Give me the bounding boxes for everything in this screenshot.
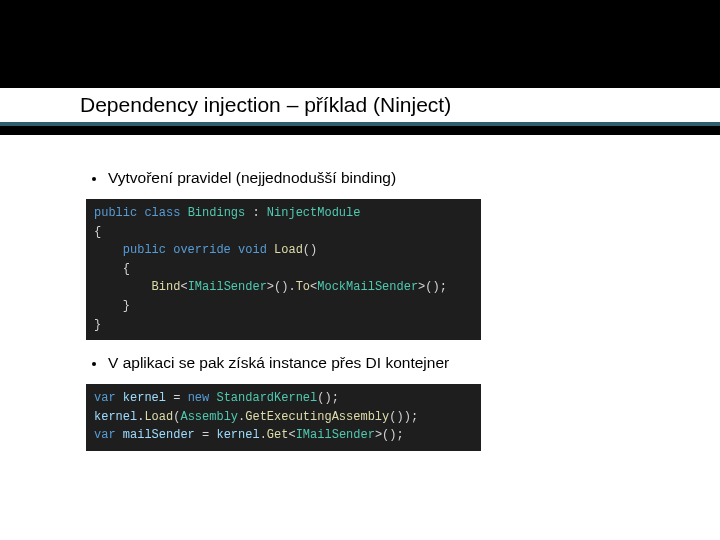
code-text: ()); xyxy=(389,410,418,424)
code-variable: mailSender xyxy=(123,428,195,442)
slide-title: Dependency injection – příklad (Ninject) xyxy=(80,93,451,117)
code-keyword: class xyxy=(144,206,180,220)
code-class: Bindings xyxy=(188,206,246,220)
bullet-text: Vytvoření pravidel (nejjednodušší bindin… xyxy=(108,169,396,187)
slide-content: Vytvoření pravidel (nejjednodušší bindin… xyxy=(0,135,720,461)
bullet-dot-icon xyxy=(92,362,96,366)
code-method: Load xyxy=(144,410,173,424)
bullet-item: Vytvoření pravidel (nejjednodušší bindin… xyxy=(86,169,640,187)
code-variable: kernel xyxy=(216,428,259,442)
code-text xyxy=(116,428,123,442)
code-text: < xyxy=(180,280,187,294)
code-text: () xyxy=(303,243,317,257)
code-text: . xyxy=(260,428,267,442)
code-text: >(). xyxy=(267,280,296,294)
code-text: { xyxy=(94,225,101,239)
code-class: StandardKernel xyxy=(216,391,317,405)
code-text xyxy=(180,206,187,220)
code-text: (); xyxy=(317,391,339,405)
header-accent-bar xyxy=(0,122,720,135)
code-text: : xyxy=(245,206,267,220)
code-text: = xyxy=(195,428,217,442)
code-keyword: var xyxy=(94,428,116,442)
code-method: To xyxy=(296,280,310,294)
code-keyword: public override void xyxy=(94,243,274,257)
code-text: } xyxy=(94,299,130,313)
code-text: } xyxy=(94,318,101,332)
title-strip: Dependency injection – příklad (Ninject) xyxy=(0,88,720,122)
code-class: IMailSender xyxy=(188,280,267,294)
code-class: NinjectModule xyxy=(267,206,361,220)
bullet-item: V aplikaci se pak získá instance přes DI… xyxy=(86,354,640,372)
header-background-top xyxy=(0,0,720,88)
slide-header: Dependency injection – příklad (Ninject) xyxy=(0,0,720,135)
code-keyword: var xyxy=(94,391,116,405)
code-variable: kernel xyxy=(123,391,166,405)
code-variable: kernel xyxy=(94,410,137,424)
code-method: Get xyxy=(267,428,289,442)
code-block-bindings: public class Bindings : NinjectModule { … xyxy=(86,199,481,340)
code-text: = xyxy=(166,391,188,405)
code-text xyxy=(94,280,152,294)
bullet-dot-icon xyxy=(92,177,96,181)
bullet-text: V aplikaci se pak získá instance přes DI… xyxy=(108,354,449,372)
code-class: MockMailSender xyxy=(317,280,418,294)
code-keyword: public xyxy=(94,206,137,220)
code-method: GetExecutingAssembly xyxy=(245,410,389,424)
code-text: { xyxy=(94,262,130,276)
code-class: Assembly xyxy=(180,410,238,424)
code-method: Bind xyxy=(152,280,181,294)
code-text xyxy=(116,391,123,405)
code-text: >(); xyxy=(418,280,447,294)
code-keyword: new xyxy=(188,391,210,405)
code-block-usage: var kernel = new StandardKernel(); kerne… xyxy=(86,384,481,451)
code-text: >(); xyxy=(375,428,404,442)
code-text: < xyxy=(288,428,295,442)
code-class: IMailSender xyxy=(296,428,375,442)
code-method: Load xyxy=(274,243,303,257)
